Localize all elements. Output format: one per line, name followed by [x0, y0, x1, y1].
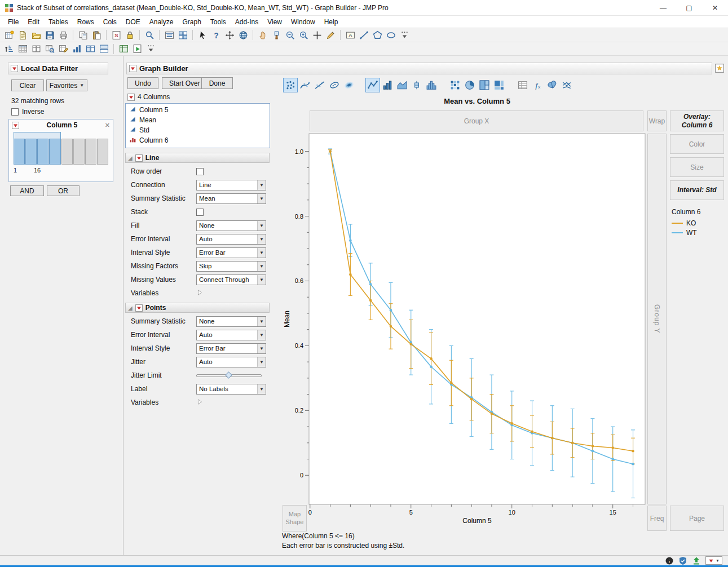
- menu-window[interactable]: Window: [286, 17, 320, 27]
- mosaic-element-icon[interactable]: [492, 78, 506, 92]
- line-of-fit-element-icon[interactable]: [312, 78, 327, 92]
- column-item-column-5[interactable]: Column 5: [126, 105, 270, 115]
- grabber-tool-icon[interactable]: [223, 29, 236, 41]
- open-icon[interactable]: [29, 29, 43, 41]
- done-button[interactable]: Done: [201, 77, 233, 89]
- oval-tool-icon[interactable]: [384, 29, 398, 41]
- histogram-bar[interactable]: [97, 139, 108, 165]
- filter-close-icon[interactable]: ✕: [105, 122, 110, 129]
- maximize-button[interactable]: ▢: [676, 0, 702, 15]
- preview-table-icon[interactable]: [43, 43, 56, 55]
- copy-icon[interactable]: [76, 29, 90, 41]
- menu-file[interactable]: File: [3, 17, 23, 27]
- save-icon[interactable]: [43, 29, 56, 41]
- box-plot-element-icon[interactable]: [409, 78, 424, 92]
- column-item-mean[interactable]: Mean: [126, 115, 270, 125]
- update-available-icon[interactable]: [692, 556, 701, 565]
- jitter-limit-slider[interactable]: [196, 374, 262, 377]
- page-zone[interactable]: Page: [670, 506, 724, 531]
- menu-edit[interactable]: Edit: [23, 17, 44, 27]
- histogram-element-icon[interactable]: [424, 78, 439, 92]
- magnifier-in-tool-icon[interactable]: [297, 29, 310, 41]
- fill-select[interactable]: None▼: [196, 220, 266, 231]
- window-list-icon[interactable]: [162, 29, 176, 41]
- pencil-tool-icon[interactable]: [324, 29, 337, 41]
- sort-ascending-icon[interactable]: [2, 43, 16, 55]
- help-tool-icon[interactable]: ?: [209, 29, 223, 41]
- and-button[interactable]: AND: [10, 185, 44, 196]
- split-table-icon[interactable]: [97, 43, 111, 55]
- run-script-icon[interactable]: [130, 43, 144, 55]
- overflow-chevron-icon[interactable]: [398, 29, 411, 41]
- minimize-button[interactable]: —: [650, 0, 676, 15]
- jitter-select[interactable]: Auto▼: [196, 357, 266, 367]
- line-segment-tool-icon[interactable]: [357, 29, 370, 41]
- row-order-checkbox[interactable]: [196, 168, 204, 175]
- menu-cols[interactable]: Cols: [99, 17, 121, 27]
- connection-select[interactable]: Line▼: [196, 180, 266, 191]
- menu-view[interactable]: View: [263, 17, 286, 27]
- heatmap-element-icon[interactable]: [448, 78, 462, 92]
- size-zone[interactable]: Size: [670, 157, 724, 177]
- ellipse-element-icon[interactable]: [327, 78, 342, 92]
- line-element-icon[interactable]: [365, 78, 380, 92]
- menu-tools[interactable]: Tools: [206, 17, 231, 27]
- menu-graph[interactable]: Graph: [178, 17, 205, 27]
- hand-tool-icon[interactable]: [256, 29, 270, 41]
- legend-entry-ko[interactable]: KO: [672, 218, 728, 228]
- interval-style-select[interactable]: Error Bar▼: [196, 247, 266, 258]
- menu-help[interactable]: Help: [320, 17, 343, 27]
- inverse-checkbox[interactable]: [11, 108, 19, 116]
- missing-values-select[interactable]: Connect Through▼: [196, 274, 266, 285]
- summary-statistic-select[interactable]: None▼: [196, 316, 266, 327]
- polygon-tool-icon[interactable]: [370, 29, 384, 41]
- summary-table-icon[interactable]: [117, 43, 130, 55]
- join-tables-icon[interactable]: [83, 43, 97, 55]
- or-button[interactable]: OR: [47, 185, 80, 196]
- bar-element-icon[interactable]: [380, 78, 395, 92]
- histogram-bar[interactable]: [73, 139, 85, 165]
- points-disclosure-icon[interactable]: ◢: [128, 305, 133, 311]
- points-element-icon[interactable]: [283, 78, 298, 92]
- crosshair-tool-icon[interactable]: [310, 29, 324, 41]
- security-status-icon[interactable]: [678, 556, 687, 565]
- arrow-tool-icon[interactable]: [196, 29, 209, 41]
- map-shapes-element-icon[interactable]: [545, 78, 559, 92]
- histogram-bar[interactable]: [61, 139, 73, 165]
- missing-factors-select[interactable]: Skip▼: [196, 261, 266, 272]
- menu-doe[interactable]: DOE: [121, 17, 145, 27]
- pie-element-icon[interactable]: [462, 78, 477, 92]
- group-x-zone[interactable]: Group X: [310, 110, 643, 131]
- error-interval-select[interactable]: Auto▼: [196, 234, 266, 245]
- undo-button[interactable]: Undo: [127, 77, 158, 89]
- new-data-table-icon[interactable]: [2, 29, 16, 41]
- close-button[interactable]: ✕: [702, 0, 728, 15]
- error-interval-select[interactable]: Auto▼: [196, 330, 266, 340]
- freq-zone[interactable]: Freq: [647, 506, 667, 531]
- filter-red-triangle-icon[interactable]: [11, 65, 18, 72]
- column-stats-icon[interactable]: [70, 43, 83, 55]
- globe-tool-icon[interactable]: [236, 29, 250, 41]
- variables-disclosure-icon[interactable]: [196, 398, 203, 407]
- favorites-button[interactable]: Favorites▼: [46, 79, 87, 91]
- slider-thumb[interactable]: [225, 371, 232, 379]
- color-zone[interactable]: Color: [670, 134, 724, 154]
- clear-button[interactable]: Clear: [11, 79, 44, 91]
- magnifier-out-tool-icon[interactable]: [283, 29, 297, 41]
- brush-tool-icon[interactable]: [270, 29, 283, 41]
- points-red-triangle-icon[interactable]: [135, 304, 143, 312]
- overflow-chevron-icon[interactable]: [144, 43, 157, 55]
- smoother-element-icon[interactable]: [298, 78, 312, 92]
- histogram-bar[interactable]: [85, 139, 96, 165]
- columns-red-triangle-icon[interactable]: [127, 94, 135, 101]
- overlay-zone[interactable]: Overlay: Column 6: [670, 110, 724, 131]
- paste-icon[interactable]: [90, 29, 103, 41]
- red-triangle-menu-icon[interactable]: ▼: [705, 556, 722, 565]
- edit-table-icon[interactable]: [56, 43, 70, 55]
- filter-histogram[interactable]: [14, 134, 108, 165]
- search-icon[interactable]: [143, 29, 156, 41]
- menu-tables[interactable]: Tables: [44, 17, 73, 27]
- summary-statistic-select[interactable]: Mean▼: [196, 193, 266, 204]
- window-tile-icon[interactable]: [176, 29, 189, 41]
- annotate-tool-icon[interactable]: A: [343, 29, 357, 41]
